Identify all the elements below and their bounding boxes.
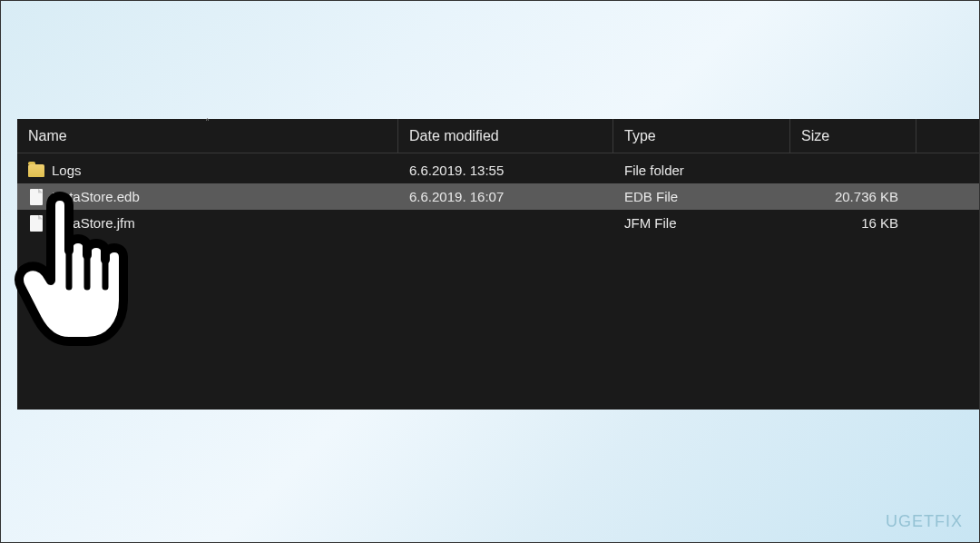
file-cell-type: EDB File — [613, 183, 790, 210]
file-cell-name: DataStore.jfm — [17, 210, 398, 236]
column-header-type-label: Type — [624, 128, 656, 144]
file-cell-date: 6.6.2019. 16:07 — [398, 183, 613, 210]
file-cell-size: 16 KB — [790, 210, 916, 236]
file-explorer-window: ˄ Name Date modified Type Size Logs 6.6.… — [17, 119, 980, 410]
file-row[interactable]: DataStore.jfm JFM File 16 KB — [17, 210, 980, 236]
file-cell-size: 20.736 KB — [790, 183, 916, 210]
column-header-name[interactable]: ˄ Name — [17, 119, 398, 153]
file-cell-type: JFM File — [613, 210, 790, 236]
file-row-selected[interactable]: DataStore.edb 6.6.2019. 16:07 EDB File 2… — [17, 183, 980, 210]
folder-icon — [28, 163, 44, 179]
file-icon — [28, 189, 44, 205]
file-list: Logs 6.6.2019. 13:55 File folder DataSto… — [17, 153, 980, 236]
column-header-size-label: Size — [801, 128, 829, 144]
file-cell-date — [398, 210, 613, 236]
sort-indicator-icon: ˄ — [205, 117, 210, 127]
column-header-date[interactable]: Date modified — [398, 119, 613, 153]
file-row-folder[interactable]: Logs 6.6.2019. 13:55 File folder — [17, 157, 980, 183]
file-name-label: DataStore.edb — [52, 189, 140, 204]
file-icon — [28, 215, 44, 232]
column-header-date-label: Date modified — [409, 128, 499, 144]
file-cell-date: 6.6.2019. 13:55 — [398, 157, 613, 183]
file-cell-type: File folder — [613, 157, 790, 183]
file-name-label: Logs — [52, 163, 82, 178]
file-cell-size — [790, 157, 916, 183]
column-header-row: ˄ Name Date modified Type Size — [17, 119, 980, 153]
watermark-text: UGETFIX — [886, 512, 963, 531]
column-header-name-label: Name — [28, 128, 67, 144]
file-name-label: DataStore.jfm — [52, 215, 135, 231]
file-cell-name: DataStore.edb — [17, 183, 398, 210]
column-header-type[interactable]: Type — [613, 119, 790, 153]
file-cell-name: Logs — [17, 157, 398, 183]
column-header-size[interactable]: Size — [790, 119, 916, 153]
